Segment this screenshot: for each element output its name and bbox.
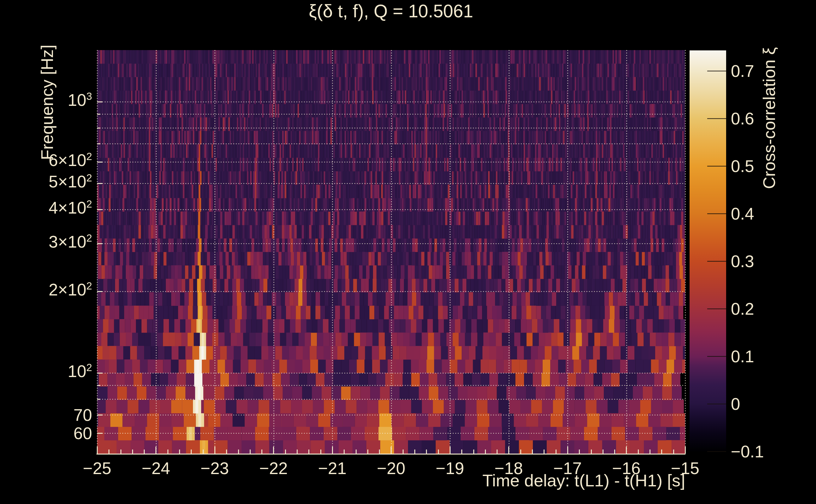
- y-tick-label: 6×102: [49, 150, 92, 169]
- y-tick-label: 102: [68, 361, 92, 381]
- colorbar-tick-label: 0.6: [731, 109, 754, 128]
- colorbar-tick-label: 0.3: [731, 251, 754, 271]
- x-tick-label: −19: [436, 459, 464, 478]
- x-tick-label: −21: [318, 459, 347, 478]
- colorbar-tick-label: 0.4: [731, 204, 754, 223]
- colorbar-title: Cross-correlation ξ: [759, 47, 779, 189]
- x-tick-label: −23: [200, 459, 229, 478]
- y-tick-label: 5×102: [49, 172, 92, 191]
- page-title: ξ(δ t, f), Q = 10.5061: [309, 1, 473, 21]
- heatmap-canvas: [0, 0, 816, 504]
- colorbar-tick-label: 0.5: [731, 156, 754, 175]
- y-tick-label: 70: [73, 405, 92, 425]
- y-axis-title: Frequency [Hz]: [37, 45, 57, 160]
- x-tick-label: −15: [671, 459, 699, 478]
- y-tick-label: 103: [68, 90, 92, 109]
- x-tick-label: −16: [612, 459, 641, 478]
- x-tick-label: −22: [260, 459, 288, 478]
- x-tick-label: −18: [495, 459, 523, 478]
- y-tick-label: 3×102: [49, 232, 92, 251]
- colorbar-tick-label: −0.1: [731, 442, 764, 461]
- y-tick-label: 2×102: [49, 280, 92, 299]
- colorbar-tick-label: 0.1: [731, 347, 754, 366]
- colorbar-tick-label: 0: [731, 394, 740, 413]
- x-tick-label: −17: [553, 459, 582, 478]
- x-tick-label: −24: [142, 459, 170, 478]
- colorbar-tick-label: 0.7: [731, 61, 754, 80]
- x-tick-label: −20: [377, 459, 405, 478]
- colorbar-tick-label: 0.2: [731, 299, 754, 318]
- x-tick-label: −25: [83, 459, 111, 478]
- y-tick-label: 4×102: [49, 198, 92, 217]
- y-tick-label: 60: [73, 423, 92, 443]
- figure: ξ(δ t, f), Q = 10.5061 Frequency [Hz] Ti…: [0, 0, 816, 504]
